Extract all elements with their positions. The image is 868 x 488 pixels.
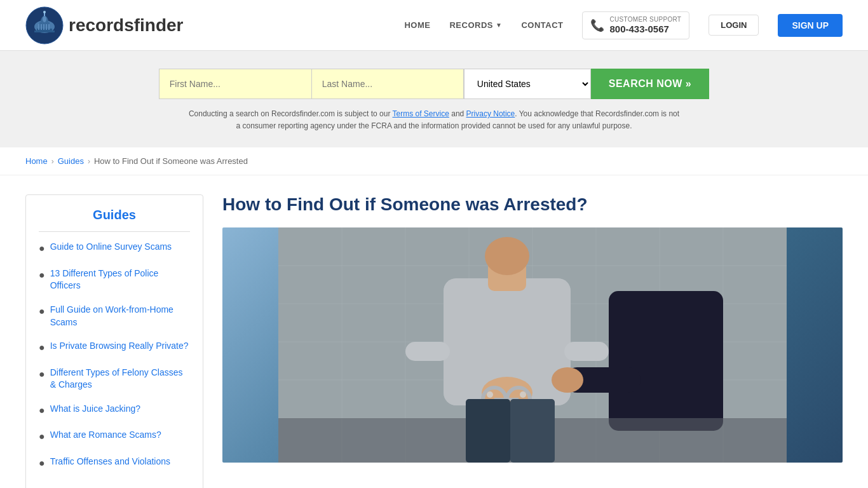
svg-point-37 bbox=[487, 391, 493, 398]
sidebar-title: Guides bbox=[39, 208, 190, 232]
svg-point-41 bbox=[552, 367, 583, 393]
logo-text: recordsfinder bbox=[69, 15, 184, 36]
svg-point-6 bbox=[43, 16, 46, 22]
breadcrumb: Home › Guides › How to Find Out if Someo… bbox=[0, 147, 868, 175]
breadcrumb-guides[interactable]: Guides bbox=[58, 156, 84, 166]
sidebar-link-5[interactable]: What is Juice Jacking? bbox=[50, 403, 140, 416]
phone-icon: 📞 bbox=[590, 18, 604, 32]
arrest-scene-svg bbox=[222, 227, 843, 463]
sidebar-bullet-icon: ● bbox=[39, 268, 45, 282]
breadcrumb-current: How to Find Out if Someone was Arrested bbox=[94, 156, 248, 166]
customer-support-box: 📞 CUSTOMER SUPPORT 800-433-0567 bbox=[582, 11, 689, 39]
sidebar: Guides ●Guide to Online Survey Scams●13 … bbox=[25, 194, 203, 488]
sidebar-link-1[interactable]: 13 Different Types of Police Officers bbox=[50, 268, 190, 292]
article-image bbox=[222, 227, 843, 463]
sidebar-bullet-icon: ● bbox=[39, 304, 45, 318]
svg-rect-43 bbox=[466, 399, 510, 463]
sidebar-bullet-icon: ● bbox=[39, 241, 45, 255]
sidebar-bullet-icon: ● bbox=[39, 367, 45, 381]
article: How to Find Out if Someone was Arrested? bbox=[222, 194, 843, 488]
svg-rect-13 bbox=[48, 24, 50, 30]
article-title: How to Find Out if Someone was Arrested? bbox=[222, 194, 843, 215]
sidebar-list-item: ●Different Types of Felony Classes & Cha… bbox=[39, 367, 190, 391]
first-name-input[interactable] bbox=[159, 69, 311, 99]
logo[interactable]: recordsfinder bbox=[25, 6, 184, 44]
sidebar-link-6[interactable]: What are Romance Scams? bbox=[50, 429, 161, 442]
sidebar-bullet-icon: ● bbox=[39, 430, 45, 444]
main-nav: HOME RECORDS ▼ CONTACT 📞 CUSTOMER SUPPOR… bbox=[404, 11, 843, 39]
site-header: recordsfinder HOME RECORDS ▼ CONTACT 📞 C… bbox=[0, 0, 868, 51]
sidebar-list: ●Guide to Online Survey Scams●13 Differe… bbox=[39, 241, 190, 470]
login-button[interactable]: LOGIN bbox=[709, 15, 759, 36]
nav-records[interactable]: RECORDS ▼ bbox=[449, 20, 502, 30]
search-disclaimer: Conducting a search on Recordsfinder.com… bbox=[186, 108, 682, 132]
svg-rect-9 bbox=[38, 24, 39, 30]
svg-rect-11 bbox=[43, 24, 44, 30]
sidebar-bullet-icon: ● bbox=[39, 341, 45, 355]
svg-rect-44 bbox=[510, 399, 555, 463]
nav-home[interactable]: HOME bbox=[404, 20, 430, 30]
sidebar-bullet-icon: ● bbox=[39, 403, 45, 417]
svg-point-30 bbox=[485, 237, 529, 275]
support-label: CUSTOMER SUPPORT bbox=[609, 16, 681, 24]
sidebar-list-item: ●Is Private Browsing Really Private? bbox=[39, 340, 190, 355]
sidebar-list-item: ●What are Romance Scams? bbox=[39, 429, 190, 444]
svg-rect-39 bbox=[609, 291, 723, 431]
svg-rect-4 bbox=[34, 30, 55, 32]
last-name-input[interactable] bbox=[311, 69, 464, 99]
search-form: United States SEARCH NOW » bbox=[13, 69, 855, 99]
breadcrumb-home[interactable]: Home bbox=[25, 156, 48, 166]
svg-rect-10 bbox=[41, 24, 42, 30]
records-chevron-icon: ▼ bbox=[496, 22, 502, 29]
signup-button[interactable]: SIGN UP bbox=[778, 14, 843, 37]
search-section: United States SEARCH NOW » Conducting a … bbox=[0, 51, 868, 147]
svg-point-8 bbox=[43, 11, 46, 13]
search-button[interactable]: SEARCH NOW » bbox=[591, 69, 709, 99]
sidebar-list-item: ●Full Guide on Work-from-Home Scams bbox=[39, 304, 190, 329]
sidebar-list-item: ●13 Different Types of Police Officers bbox=[39, 268, 190, 292]
sidebar-bullet-icon: ● bbox=[39, 456, 45, 470]
breadcrumb-sep-2: › bbox=[88, 157, 90, 166]
sidebar-link-4[interactable]: Different Types of Felony Classes & Char… bbox=[50, 367, 190, 391]
terms-link[interactable]: Terms of Service bbox=[393, 109, 449, 118]
breadcrumb-sep-1: › bbox=[51, 157, 54, 166]
sidebar-list-item: ●Traffic Offenses and Violations bbox=[39, 456, 190, 470]
svg-rect-12 bbox=[46, 24, 47, 30]
support-phone: 800-433-0567 bbox=[609, 24, 681, 35]
privacy-link[interactable]: Privacy Notice bbox=[466, 109, 515, 118]
main-content: Guides ●Guide to Online Survey Scams●13 … bbox=[0, 175, 868, 488]
country-select[interactable]: United States bbox=[464, 69, 591, 99]
svg-point-38 bbox=[520, 391, 526, 398]
sidebar-link-3[interactable]: Is Private Browsing Really Private? bbox=[50, 340, 189, 353]
logo-icon bbox=[25, 6, 64, 44]
sidebar-link-0[interactable]: Guide to Online Survey Scams bbox=[50, 241, 172, 254]
support-info: CUSTOMER SUPPORT 800-433-0567 bbox=[609, 16, 681, 35]
sidebar-list-item: ●What is Juice Jacking? bbox=[39, 403, 190, 417]
svg-rect-31 bbox=[405, 342, 450, 361]
sidebar-link-7[interactable]: Traffic Offenses and Violations bbox=[50, 456, 170, 468]
sidebar-link-2[interactable]: Full Guide on Work-from-Home Scams bbox=[50, 304, 190, 329]
svg-rect-32 bbox=[564, 342, 609, 361]
sidebar-list-item: ●Guide to Online Survey Scams bbox=[39, 241, 190, 255]
nav-contact[interactable]: CONTACT bbox=[521, 20, 563, 30]
